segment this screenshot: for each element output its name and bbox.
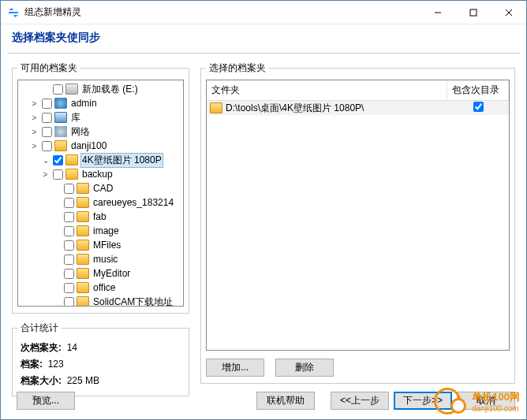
tree-item-label: image (92, 225, 121, 236)
tree-checkbox[interactable] (42, 113, 52, 123)
tree-item[interactable]: MyEditor (18, 266, 183, 281)
tree-item-label: backup (80, 169, 114, 180)
tree-item[interactable]: music (18, 252, 183, 266)
tree-item[interactable]: 新加载卷 (E:) (18, 82, 183, 96)
tree-item-label: office (92, 282, 117, 293)
list-row-path: D:\tools\桌面\4K壁纸图片 1080P\ (226, 102, 447, 115)
tree-item-label: music (92, 254, 119, 265)
folder-tree[interactable]: 新加载卷 (E:)>admin>库>网络>danji100⌄4K壁纸图片 108… (17, 80, 184, 307)
tree-item[interactable]: office (18, 281, 183, 295)
tree-checkbox[interactable] (53, 84, 63, 95)
folder-icon (54, 126, 67, 137)
tree-checkbox[interactable] (64, 184, 74, 194)
selected-folders-legend: 选择的档案夹 (206, 61, 269, 75)
folder-icon (210, 102, 222, 113)
folder-icon (54, 140, 67, 151)
expand-icon[interactable]: > (29, 142, 39, 151)
folder-icon (65, 154, 78, 165)
stat-files-value: 123 (48, 359, 64, 370)
expand-icon[interactable]: ⌄ (40, 156, 50, 165)
col-include[interactable]: 包含次目录 (447, 80, 509, 100)
minimize-button[interactable] (420, 1, 455, 24)
folder-icon (65, 169, 78, 180)
folder-icon (54, 98, 67, 109)
expand-icon[interactable]: > (40, 170, 50, 179)
svg-rect-0 (9, 12, 18, 13)
tree-item-label: CAD (92, 183, 114, 194)
stats-panel: 合计统计 次档案夹: 14 档案: 123 档案大小: 225 MB (12, 322, 189, 396)
tree-item-label: 网络 (69, 125, 92, 139)
tree-item-label: 库 (69, 111, 82, 125)
wizard-header: 选择档案夹使同步 (1, 24, 526, 53)
tree-item-label: danji100 (69, 140, 108, 151)
tree-checkbox[interactable] (64, 283, 74, 293)
tree-checkbox[interactable] (53, 155, 63, 165)
page-title: 选择档案夹使同步 (12, 31, 515, 45)
help-button[interactable]: 联机帮助 (256, 392, 315, 410)
stat-size-value: 225 MB (67, 375, 99, 386)
list-header: 文件夹 包含次目录 (207, 80, 509, 101)
include-checkbox[interactable] (473, 102, 484, 112)
tree-item[interactable]: >admin (18, 96, 183, 110)
tree-item[interactable]: SolidCAM下载地址 (18, 295, 183, 307)
cancel-button[interactable]: 取消 (457, 392, 515, 410)
next-button[interactable]: 下一步>> (394, 392, 452, 410)
preview-button[interactable]: 预览... (17, 392, 75, 410)
stat-size-label: 档案大小: (21, 375, 62, 386)
add-button[interactable]: 增加... (206, 359, 264, 377)
selected-folders-panel: 选择的档案夹 文件夹 包含次目录 D:\tools\桌面\4K壁纸图片 1080… (200, 61, 515, 384)
tree-item-label: 新加载卷 (E:) (80, 83, 140, 96)
folder-icon (77, 240, 89, 251)
expand-icon[interactable]: > (29, 113, 39, 122)
tree-checkbox[interactable] (42, 141, 52, 151)
tree-checkbox[interactable] (64, 269, 74, 279)
tree-checkbox[interactable] (64, 198, 74, 208)
stats-legend: 合计统计 (17, 322, 62, 335)
close-button[interactable] (491, 1, 526, 24)
col-folder[interactable]: 文件夹 (207, 80, 447, 100)
tree-item[interactable]: >库 (18, 110, 183, 125)
tree-checkbox[interactable] (64, 226, 74, 236)
expand-icon[interactable]: > (29, 128, 39, 136)
tree-checkbox[interactable] (64, 297, 74, 307)
tree-item-label: careueyes_183214 (92, 197, 175, 208)
folder-icon (77, 296, 89, 307)
remove-button[interactable]: 删除 (275, 359, 334, 377)
tree-checkbox[interactable] (64, 212, 74, 222)
available-folders-legend: 可用的档案夹 (17, 61, 80, 75)
folder-icon (54, 112, 67, 123)
available-folders-panel: 可用的档案夹 新加载卷 (E:)>admin>库>网络>danji100⌄4K壁… (12, 61, 189, 314)
tree-checkbox[interactable] (64, 255, 74, 265)
tree-checkbox[interactable] (53, 169, 63, 180)
tree-item[interactable]: >danji100 (18, 139, 183, 153)
app-icon (7, 6, 20, 19)
tree-item-label: SolidCAM下载地址 (92, 295, 174, 307)
selected-folders-list[interactable]: 文件夹 包含次目录 D:\tools\桌面\4K壁纸图片 1080P\ (206, 80, 510, 351)
expand-icon[interactable]: > (29, 99, 39, 108)
window-title: 组态新增精灵 (24, 6, 420, 19)
tree-checkbox[interactable] (64, 240, 74, 251)
back-button[interactable]: <<上一步 (331, 392, 389, 410)
folder-icon (77, 183, 89, 194)
maximize-button[interactable] (455, 1, 491, 24)
tree-item-label: admin (69, 98, 99, 109)
tree-item-label: 4K壁纸图片 1080P (80, 153, 163, 168)
wizard-footer: 预览... 联机帮助 <<上一步 下一步>> 取消 (12, 392, 515, 410)
titlebar: 组态新增精灵 (1, 1, 526, 24)
tree-item-label: MyEditor (92, 268, 132, 279)
tree-item-label: fab (92, 211, 108, 222)
folder-icon (77, 282, 89, 293)
folder-icon (77, 211, 89, 222)
tree-item[interactable]: >网络 (18, 125, 183, 139)
tree-item[interactable]: >backup (18, 167, 183, 181)
tree-item[interactable]: careueyes_183214 (18, 195, 183, 210)
list-row[interactable]: D:\tools\桌面\4K壁纸图片 1080P\ (207, 101, 509, 115)
tree-checkbox[interactable] (42, 98, 52, 109)
folder-icon (77, 254, 89, 265)
tree-item[interactable]: CAD (18, 181, 183, 195)
tree-item[interactable]: image (18, 224, 183, 238)
tree-item[interactable]: ⌄4K壁纸图片 1080P (18, 153, 183, 167)
tree-checkbox[interactable] (42, 127, 52, 137)
tree-item[interactable]: fab (18, 210, 183, 224)
tree-item[interactable]: MFiles (18, 238, 183, 252)
